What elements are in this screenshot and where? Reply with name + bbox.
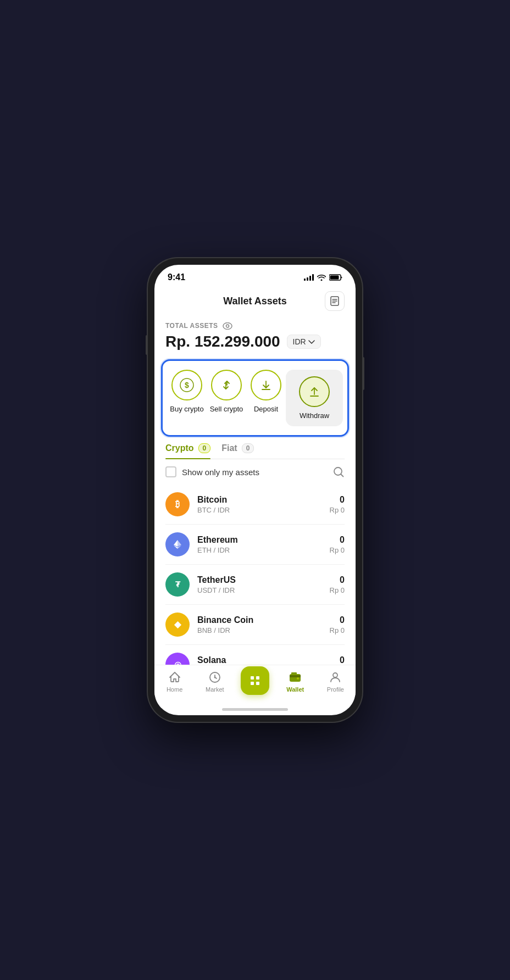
usdt-logo: ₮ (165, 572, 190, 597)
currency-selector[interactable]: IDR (287, 335, 321, 349)
wifi-icon (317, 274, 326, 281)
list-item-btc[interactable]: ₿ Bitcoin BTC / IDR 0 Rp 0 (165, 485, 345, 525)
assets-section: TOTAL ASSETS Rp. 152.299.000 IDR (154, 318, 356, 359)
svg-point-20 (214, 677, 215, 678)
show-my-assets-filter[interactable]: Show only my assets (165, 466, 259, 477)
tab-fiat-badge: 0 (242, 443, 254, 453)
nav-home-label: Home (167, 686, 182, 693)
bnb-logo: ◆ (165, 612, 190, 637)
bnb-pair: BNB / IDR (197, 626, 253, 634)
deposit-button[interactable]: Deposit (246, 370, 286, 426)
btc-logo: ₿ (165, 492, 190, 516)
nav-wallet-label: Wallet (286, 686, 304, 693)
eth-logo (165, 532, 190, 556)
home-indicator (154, 708, 356, 715)
svg-rect-21 (251, 676, 254, 680)
profile-icon (329, 671, 342, 684)
sol-logo: ◎ (165, 653, 190, 665)
deposit-icon-circle (251, 370, 281, 400)
list-item-bnb[interactable]: ◆ Binance Coin BNB / IDR 0 Rp 0 (165, 605, 345, 645)
assets-amount: Rp. 152.299.000 (165, 333, 280, 350)
sol-name: Solana (197, 655, 230, 665)
eth-value: Rp 0 (330, 546, 345, 554)
nav-center[interactable] (235, 671, 275, 695)
btc-name: Bitcoin (197, 495, 230, 505)
center-action-button[interactable] (241, 666, 269, 695)
search-icon (332, 466, 345, 478)
eth-amount: 0 (330, 535, 345, 545)
svg-rect-28 (291, 672, 297, 675)
tab-fiat-label: Fiat (221, 443, 237, 453)
upload-icon (307, 385, 321, 399)
usdt-pair: USDT / IDR (197, 586, 236, 594)
svg-point-27 (297, 677, 299, 680)
list-item-eth[interactable]: Ethereum ETH / IDR 0 Rp 0 (165, 525, 345, 565)
btc-pair: BTC / IDR (197, 506, 230, 514)
tab-crypto-label: Crypto (165, 443, 194, 453)
nav-market[interactable]: Market (195, 671, 235, 693)
svg-rect-26 (290, 675, 301, 677)
tab-crypto-badge: 0 (198, 443, 211, 453)
battery-icon (329, 274, 342, 281)
chevron-down-icon (308, 340, 315, 344)
btc-amount: 0 (330, 495, 345, 505)
tabs-row: Crypto 0 Fiat 0 (165, 443, 345, 459)
withdraw-button[interactable]: Withdraw (286, 370, 343, 426)
download-icon (259, 378, 273, 392)
svg-rect-1 (330, 276, 339, 280)
filter-label: Show only my assets (182, 467, 259, 477)
actions-section: $ Buy crypto Sell crypto (161, 359, 349, 437)
eth-name: Ethereum (197, 535, 238, 545)
bnb-value: Rp 0 (330, 626, 345, 634)
withdraw-icon-circle (299, 376, 330, 407)
status-bar: 9:41 (154, 265, 356, 287)
sell-crypto-icon-circle (211, 370, 242, 400)
deposit-label: Deposit (254, 405, 278, 413)
svg-point-6 (223, 322, 232, 329)
show-my-assets-checkbox[interactable] (165, 466, 176, 477)
buy-crypto-label: Buy crypto (170, 405, 203, 413)
svg-text:₮: ₮ (175, 580, 181, 589)
nav-home[interactable]: Home (154, 671, 195, 693)
svg-rect-24 (256, 682, 259, 685)
transaction-history-button[interactable] (325, 291, 345, 311)
status-icons (304, 274, 342, 281)
page-title: Wallet Assets (223, 296, 287, 307)
svg-text:₿: ₿ (175, 499, 180, 509)
grid-icon (248, 674, 262, 687)
nav-wallet[interactable]: Wallet (275, 671, 315, 693)
usdt-amount: 0 (330, 575, 345, 585)
nav-profile[interactable]: Profile (315, 671, 356, 693)
phone-screen: 9:41 (154, 265, 356, 715)
bnb-amount: 0 (330, 615, 345, 625)
svg-text:◆: ◆ (174, 620, 182, 629)
tabs-section: Crypto 0 Fiat 0 (154, 437, 356, 459)
buy-crypto-button[interactable]: $ Buy crypto (167, 370, 207, 426)
header: Wallet Assets (154, 287, 356, 318)
market-icon (208, 671, 221, 684)
svg-point-29 (333, 673, 337, 677)
search-button[interactable] (332, 466, 345, 478)
list-item-usdt[interactable]: ₮ TetherUS USDT / IDR 0 Rp 0 (165, 565, 345, 605)
list-item-sol[interactable]: ◎ Solana SOL / IDR 0 Rp 0 (165, 645, 345, 665)
visibility-toggle[interactable] (223, 322, 232, 330)
bottom-nav: Home Market (154, 665, 356, 708)
phone-frame: 9:41 (148, 258, 362, 722)
assets-amount-row: Rp. 152.299.000 IDR (165, 333, 345, 350)
wallet-icon (289, 671, 302, 684)
crypto-list: ₿ Bitcoin BTC / IDR 0 Rp 0 (154, 485, 356, 665)
buy-crypto-icon-circle: $ (171, 370, 202, 400)
usdt-value: Rp 0 (330, 586, 345, 594)
sell-crypto-button[interactable]: Sell crypto (207, 370, 246, 426)
signal-icon (304, 274, 314, 281)
filter-row: Show only my assets (154, 459, 356, 485)
usdt-name: TetherUS (197, 575, 236, 585)
tab-fiat[interactable]: Fiat 0 (221, 443, 254, 459)
swap-icon (219, 378, 234, 392)
tab-crypto[interactable]: Crypto 0 (165, 443, 210, 459)
receipt-icon (330, 296, 340, 306)
svg-marker-12 (178, 540, 181, 547)
svg-text:◎: ◎ (174, 660, 181, 665)
nav-market-label: Market (206, 686, 224, 693)
home-icon (168, 671, 181, 684)
